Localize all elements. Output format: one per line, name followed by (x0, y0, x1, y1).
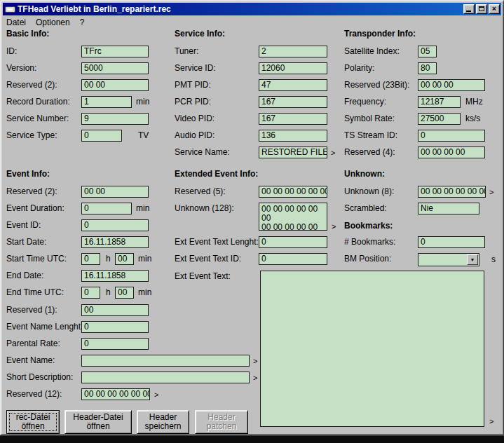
menu-optionen[interactable]: Optionen (36, 18, 70, 27)
event-name-label: Event Name: (6, 355, 55, 367)
polarity-field[interactable]: 80 (418, 62, 437, 74)
event-name-expand-icon[interactable]: > (253, 357, 257, 365)
reserved2-event-field[interactable]: 00 00 (81, 186, 149, 198)
reserved-23bit-field[interactable]: 00 00 00 (418, 79, 485, 91)
end-time-hours-unit: h (106, 287, 111, 299)
unknown8-expand-icon[interactable]: > (489, 188, 493, 196)
symbol-rate-unit: ks/s (465, 113, 480, 125)
short-description-field[interactable] (81, 372, 250, 383)
menu-datei[interactable]: Datei (6, 18, 26, 27)
titlebar[interactable]: TFHead Verliebt in Berlin_repariert.rec … (3, 3, 501, 15)
satellite-index-field[interactable]: 05 (418, 46, 437, 57)
service-id-field[interactable]: 12060 (259, 62, 327, 74)
maximize-button[interactable] (476, 4, 487, 14)
ext-event-text-lenght-field[interactable]: 0 (259, 236, 327, 248)
num-bookmarks-field[interactable]: 0 (418, 236, 485, 248)
menubar: Datei Optionen ? (4, 16, 84, 28)
bm-position-dropdown-button[interactable]: ▼ (467, 254, 478, 265)
menu-help[interactable]: ? (80, 18, 85, 27)
ext-event-text-box[interactable] (260, 271, 484, 427)
bm-position-select[interactable]: ▼ (418, 253, 479, 266)
end-time-minutes-field[interactable]: 00 (115, 287, 134, 299)
open-rec-file-button[interactable]: rec-Datei öffnen (6, 410, 60, 434)
scrambled-field[interactable]: Nie (418, 203, 479, 214)
service-id-label: Service ID: (175, 62, 216, 74)
unknown128-field[interactable]: 00 00 00 00 00 00 00 00 00 00 00 00 (259, 203, 327, 231)
video-pid-label: Video PID: (175, 113, 214, 125)
reserved2-event-label: Reserved (2): (6, 186, 57, 198)
tuner-field[interactable]: 2 (259, 46, 327, 57)
symbol-rate-label: Symbol Rate: (344, 113, 395, 125)
record-duration-field[interactable]: 1 (81, 96, 132, 108)
service-type-field[interactable]: 0 (81, 130, 122, 142)
end-time-hours-field[interactable]: 0 (81, 287, 100, 299)
ts-stream-id-field[interactable]: 0 (418, 130, 485, 142)
app-window: TFHead Verliebt in Berlin_repariert.rec … (0, 0, 504, 435)
unknown8-field[interactable]: 00 00 00 00 00 00 (418, 186, 486, 198)
event-duration-unit: min (136, 203, 149, 214)
short-description-expand-icon[interactable]: > (253, 374, 257, 382)
event-id-field[interactable]: 0 (81, 219, 149, 231)
reserved-23bit-label: Reserved (23Bit): (344, 79, 409, 91)
unknown8-label: Unknown (8): (344, 186, 394, 198)
record-duration-unit: min (136, 96, 149, 108)
save-header-button[interactable]: Header speichern (137, 410, 189, 434)
bm-position-label: BM Position: (344, 253, 391, 265)
event-id-label: Event ID: (6, 219, 41, 231)
reserved2-basic-field[interactable]: 00 00 (81, 79, 149, 91)
audio-pid-field[interactable]: 136 (259, 130, 327, 142)
open-header-file-button[interactable]: Header-Datei öffnen (64, 410, 132, 434)
event-name-lenght-label: Event Name Lenght: (6, 321, 83, 333)
end-date-label: End Date: (6, 270, 43, 282)
reserved4-field[interactable]: 00 00 00 00 (418, 146, 485, 158)
parental-rate-label: Parental Rate: (6, 338, 60, 350)
pcr-pid-label: PCR PID: (175, 96, 211, 108)
unknown128-expand-icon[interactable]: > (332, 222, 336, 231)
event-name-field[interactable] (81, 355, 250, 367)
event-duration-label: Event Duration: (6, 203, 64, 214)
section-transponder-info: Transponder Info: (344, 29, 416, 39)
end-date-field[interactable]: 16.11.1858 (81, 270, 149, 282)
frequency-unit: MHz (465, 96, 483, 108)
frequency-field[interactable]: 12187 (418, 96, 461, 108)
event-name-lenght-field[interactable]: 0 (81, 321, 149, 333)
service-name-field[interactable]: RESTORED FILE (259, 146, 327, 158)
service-number-field[interactable]: 9 (81, 113, 149, 125)
reserved1-field[interactable]: 00 (81, 304, 149, 316)
audio-pid-label: Audio PID: (175, 130, 214, 142)
event-duration-field[interactable]: 0 (81, 203, 132, 214)
service-name-expand-icon[interactable]: > (331, 149, 335, 157)
reserved12-field[interactable]: 00 00 00 00 00 00 (81, 388, 150, 400)
frequency-label: Frequency: (344, 96, 386, 108)
close-button[interactable]: × (489, 4, 500, 14)
start-time-minutes-field[interactable]: 00 (115, 253, 134, 265)
short-description-label: Short Description: (6, 372, 73, 383)
service-type-unit: TV (138, 130, 149, 142)
symbol-rate-field[interactable]: 27500 (418, 113, 461, 125)
reserved12-expand-icon[interactable]: > (154, 390, 158, 399)
version-field[interactable]: 5000 (81, 62, 149, 74)
num-bookmarks-label: # Bookmarks: (344, 236, 395, 248)
video-pid-field[interactable]: 167 (259, 113, 327, 125)
ext-event-text-expand-icon[interactable]: > (489, 417, 493, 425)
minimize-button[interactable] (463, 4, 475, 14)
end-time-minutes-unit: min (138, 287, 151, 299)
start-date-field[interactable]: 16.11.1858 (81, 236, 149, 248)
ext-event-text-lenght-label: Ext Event Text Lenght: (175, 236, 259, 248)
pcr-pid-field[interactable]: 167 (259, 96, 327, 108)
satellite-index-label: Satellite Index: (344, 46, 400, 57)
ext-event-text-id-field[interactable]: 0 (259, 253, 327, 265)
reserved12-label: Reserved (12): (6, 388, 62, 400)
id-field[interactable]: TFrc (81, 46, 149, 57)
app-icon[interactable] (5, 6, 15, 13)
ext-event-text-label: Ext Event Text: (175, 271, 231, 282)
start-time-hours-field[interactable]: 0 (81, 253, 100, 265)
section-service-info: Service Info: (175, 29, 225, 39)
section-basic-info: Basic Info: (6, 29, 49, 39)
parental-rate-field[interactable]: 0 (81, 338, 149, 350)
minimize-icon (466, 11, 471, 12)
screen: TFHead Verliebt in Berlin_repariert.rec … (0, 0, 504, 443)
service-name-label: Service Name: (175, 146, 230, 158)
pmt-pid-field[interactable]: 47 (259, 79, 327, 91)
reserved5-field[interactable]: 00 00 00 00 00 00 (259, 186, 327, 198)
